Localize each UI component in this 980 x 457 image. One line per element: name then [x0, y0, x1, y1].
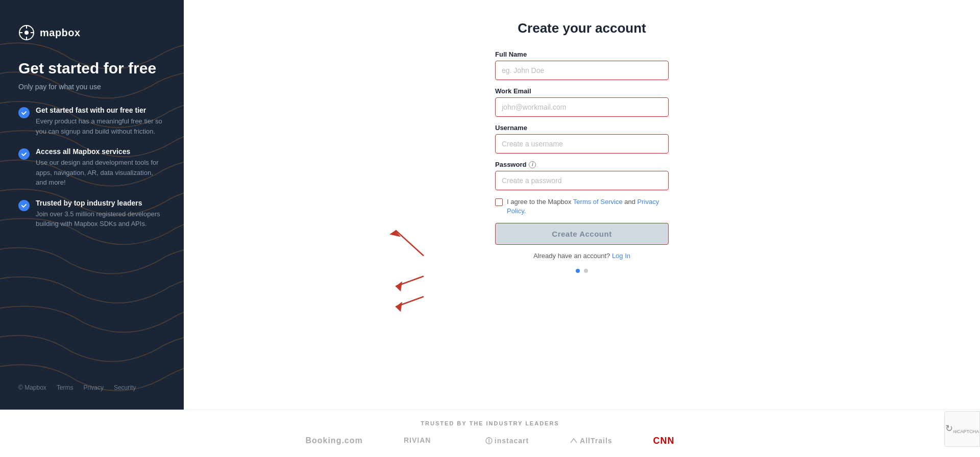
svg-marker-9: [396, 282, 402, 292]
svg-marker-11: [396, 302, 402, 312]
label-work-email: Work Email: [495, 87, 669, 95]
svg-line-6: [396, 231, 424, 256]
svg-point-1: [24, 31, 29, 35]
footer-link-security[interactable]: Security: [114, 384, 136, 391]
logo-text: mapbox: [40, 27, 81, 39]
footer-link-privacy[interactable]: Privacy: [84, 384, 104, 391]
left-footer: © MapboxTermsPrivacySecurity: [18, 364, 165, 391]
field-group-username: Username: [495, 124, 669, 154]
login-link[interactable]: Log In: [612, 252, 630, 260]
svg-line-10: [396, 297, 424, 307]
feature-check-icon: [18, 200, 30, 211]
field-group-full-name: Full Name: [495, 50, 669, 80]
field-group-password: Passwordi: [495, 161, 669, 190]
field-group-work-email: Work Email: [495, 87, 669, 117]
feature-check-icon: [18, 107, 30, 118]
input-work-email[interactable]: [495, 97, 669, 117]
form-title: Create your account: [495, 20, 669, 36]
brand-logo-cnn: CNN: [653, 436, 675, 446]
logo-row: mapbox: [18, 24, 165, 41]
feature-item: Trusted by top industry leaders Join ove…: [18, 199, 165, 229]
pagination-dots: [495, 269, 669, 273]
footer-link-terms[interactable]: Terms: [57, 384, 74, 391]
feature-title: Trusted by top industry leaders: [36, 199, 165, 207]
terms-row: I agree to the Mapbox Terms of Service a…: [495, 197, 669, 216]
terms-label: I agree to the Mapbox Terms of Service a…: [507, 197, 669, 216]
brand-logo-rivian: RIVIAN: [404, 435, 445, 447]
svg-line-8: [396, 276, 424, 287]
feature-item: Access all Mapbox services Use our desig…: [18, 147, 165, 188]
feature-check-icon: [18, 148, 30, 160]
brand-logos: Booking.comRIVIANinstacartAllTrailsCNN: [305, 435, 674, 447]
feature-item: Get started fast with our free tier Ever…: [18, 106, 165, 136]
svg-text:RIVIAN: RIVIAN: [404, 436, 431, 444]
feature-list: Get started fast with our free tier Ever…: [18, 106, 165, 229]
input-password[interactable]: [495, 171, 669, 190]
form-container: Create your account Full NameWork EmailU…: [495, 20, 669, 273]
feature-desc: Every product has a meaningful free tier…: [36, 116, 165, 136]
feature-desc: Use our design and development tools for…: [36, 158, 165, 188]
input-full-name[interactable]: [495, 61, 669, 80]
trusted-label: TRUSTED BY THE INDUSTRY LEADERS: [421, 420, 559, 426]
brand-logo-instacart: instacart: [485, 437, 529, 445]
feature-desc: Join over 3.5 million registered develop…: [36, 209, 165, 229]
input-username[interactable]: [495, 134, 669, 154]
terms-of-service-link[interactable]: Terms of Service: [573, 198, 623, 206]
label-password: Passwordi: [495, 161, 669, 168]
rivian-logo-svg: RIVIAN: [404, 435, 445, 445]
left-panel: mapbox Get started for free Only pay for…: [0, 0, 184, 410]
svg-marker-7: [389, 231, 401, 237]
headline: Get started for free: [18, 59, 165, 78]
label-full-name: Full Name: [495, 50, 669, 58]
label-username: Username: [495, 124, 669, 132]
subheadline: Only pay for what you use: [18, 83, 165, 91]
create-account-button[interactable]: Create Account: [495, 223, 669, 245]
footer-link-mapbox[interactable]: © Mapbox: [18, 384, 46, 391]
terms-checkbox[interactable]: [495, 198, 503, 206]
recaptcha-badge: ↻reCAPTCHA: [944, 411, 980, 447]
dot-1: [576, 269, 580, 273]
right-panel: Create your account Full NameWork EmailU…: [184, 0, 980, 410]
password-info-icon[interactable]: i: [529, 161, 536, 168]
feature-title: Get started fast with our free tier: [36, 106, 165, 114]
feature-title: Access all Mapbox services: [36, 147, 165, 156]
brand-logo-bookingcom: Booking.com: [305, 436, 362, 445]
footer: TRUSTED BY THE INDUSTRY LEADERS Booking.…: [0, 410, 980, 457]
brand-logo-alltrails: AllTrails: [570, 437, 612, 445]
login-row: Already have an account? Log In: [495, 252, 669, 260]
dot-2: [584, 269, 588, 273]
mapbox-logo-icon: [18, 24, 35, 41]
